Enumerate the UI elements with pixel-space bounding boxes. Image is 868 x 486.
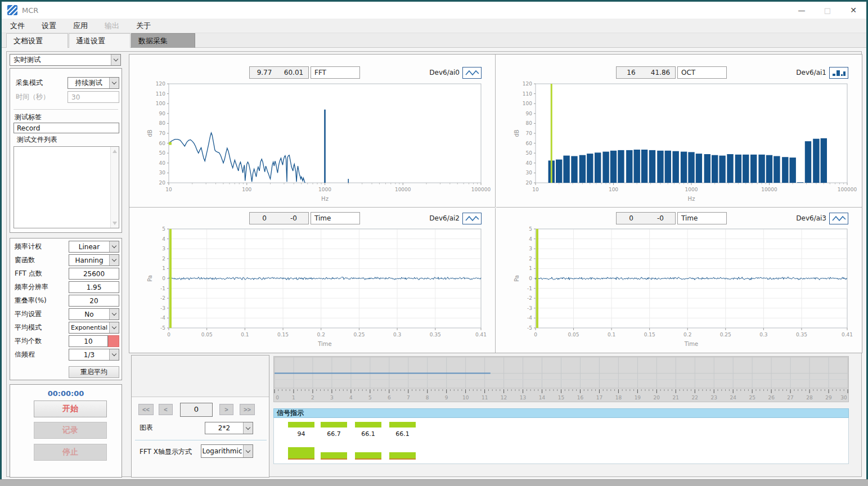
chevron-down-icon[interactable] <box>109 322 119 333</box>
maximize-button[interactable]: □ <box>815 2 840 19</box>
channel-selector[interactable]: Dev6/ai3 <box>796 212 848 224</box>
channel-name: Dev6/ai3 <box>796 214 826 222</box>
test-tag-input[interactable] <box>14 123 119 133</box>
svg-text:16: 16 <box>577 395 584 400</box>
svg-text:100: 100 <box>523 101 532 106</box>
nav-next-button[interactable]: > <box>219 404 233 415</box>
nav-index-field[interactable]: 0 <box>180 403 213 417</box>
svg-text:22: 22 <box>692 395 698 400</box>
fft-chart[interactable]: 2030405060708090100110120101001000100001… <box>129 81 496 208</box>
svg-text:20: 20 <box>654 395 660 400</box>
test-mode-value: 实时测试 <box>10 55 111 65</box>
menu-file[interactable]: 文件 <box>2 19 33 33</box>
avg-setting-select[interactable]: No <box>69 308 119 320</box>
cursor-y-value: 41.86 <box>646 67 675 78</box>
svg-text:10: 10 <box>532 187 539 192</box>
line-plot-icon[interactable] <box>462 67 482 79</box>
svg-text:0: 0 <box>167 332 170 338</box>
svg-text:19: 19 <box>635 395 641 400</box>
line-plot-icon[interactable] <box>829 213 848 224</box>
record-timeline[interactable]: 0123456789101112131415161718192021222324… <box>273 356 849 402</box>
fft-xaxis-select[interactable]: Logarithmic <box>201 444 253 458</box>
svg-text:0.05: 0.05 <box>568 332 579 338</box>
svg-text:1: 1 <box>292 395 295 400</box>
svg-text:dB: dB <box>147 129 153 137</box>
overlap-input[interactable] <box>69 295 119 307</box>
svg-text:0: 0 <box>534 332 537 338</box>
svg-text:0.1: 0.1 <box>241 332 249 338</box>
nav-prev-button[interactable]: < <box>159 404 173 415</box>
time-chart-ai2[interactable]: -5-4-3-2-101234500.050.10.150.20.250.30.… <box>129 226 496 353</box>
fft-points-input[interactable] <box>69 268 119 280</box>
svg-text:27: 27 <box>787 395 793 400</box>
window-func-select[interactable]: Hanning <box>69 254 119 266</box>
restart-average-button[interactable]: 重启平均 <box>69 366 119 378</box>
chevron-down-icon[interactable] <box>111 55 120 65</box>
minimize-button[interactable]: — <box>789 2 815 19</box>
display-options-panel: << < 0 > >> 图表 2*2 FFT X轴显示方式 Logarithmi… <box>131 355 269 478</box>
svg-text:40: 40 <box>526 160 533 166</box>
chevron-down-icon[interactable] <box>109 255 119 266</box>
bar-plot-icon[interactable] <box>829 67 848 79</box>
fft-points-label: FFT 点数 <box>15 268 42 280</box>
scrollbar[interactable] <box>110 147 119 228</box>
chevron-down-icon[interactable] <box>109 309 119 320</box>
channel-selector[interactable]: Dev6/ai0 <box>429 66 482 79</box>
svg-text:0: 0 <box>162 276 165 281</box>
chevron-down-icon[interactable] <box>243 422 253 434</box>
record-button[interactable]: 记录 <box>34 422 107 439</box>
nav-last-button[interactable]: >> <box>240 404 255 415</box>
tab-channel-settings[interactable]: 通道设置 <box>69 33 131 48</box>
avg-mode-select[interactable]: Exponential <box>69 322 119 334</box>
time-seconds-input[interactable] <box>68 91 119 103</box>
channel-selector[interactable]: Dev6/ai2 <box>429 212 482 224</box>
svg-text:-1: -1 <box>527 286 532 291</box>
chevron-down-icon[interactable] <box>109 241 119 252</box>
cursor-x-value: 16 <box>617 67 646 78</box>
menu-settings[interactable]: 设置 <box>33 19 65 33</box>
close-button[interactable]: ✕ <box>840 2 866 19</box>
freq-resolution-input[interactable] <box>69 281 119 293</box>
stop-button[interactable]: 停止 <box>34 444 107 461</box>
freq-weighting-select[interactable]: Linear <box>69 241 119 253</box>
scroll-up-icon[interactable] <box>113 150 117 153</box>
svg-text:5: 5 <box>162 226 165 232</box>
chart-type-box[interactable]: Time <box>311 212 360 224</box>
chart-type-box[interactable]: Time <box>677 212 727 224</box>
acquisition-mode-select[interactable]: 持续测试 <box>68 77 119 89</box>
scroll-down-icon[interactable] <box>113 222 117 225</box>
time-chart-ai3[interactable]: -5-4-3-2-101234500.050.10.150.20.250.30.… <box>496 226 862 353</box>
start-button[interactable]: 开始 <box>34 400 107 417</box>
test-file-list[interactable] <box>14 146 119 228</box>
svg-text:28: 28 <box>806 395 813 400</box>
nav-first-button[interactable]: << <box>138 404 154 415</box>
test-mode-select[interactable]: 实时测试 <box>10 54 121 66</box>
svg-text:70: 70 <box>159 130 166 136</box>
svg-text:100: 100 <box>242 187 251 192</box>
svg-text:14: 14 <box>539 395 546 400</box>
tab-document-settings[interactable]: 文档设置 <box>6 33 68 48</box>
chevron-down-icon[interactable] <box>109 349 119 360</box>
chart-layout-select[interactable]: 2*2 <box>205 422 253 434</box>
svg-text:90: 90 <box>159 111 166 116</box>
svg-text:100000: 100000 <box>471 187 491 192</box>
octave-select[interactable]: 1/3 <box>69 349 119 361</box>
avg-count-input[interactable] <box>69 335 108 347</box>
tab-data-acquisition[interactable]: 数据采集 <box>131 33 195 48</box>
menu-application[interactable]: 应用 <box>65 19 96 33</box>
oct-cursor-readout: 16 41.86 <box>616 66 676 79</box>
display-options-spacer <box>132 356 269 397</box>
chevron-down-icon[interactable] <box>109 78 119 88</box>
svg-text:12: 12 <box>501 395 507 400</box>
svg-text:Hz: Hz <box>688 196 695 202</box>
svg-text:20: 20 <box>526 180 533 186</box>
channel-selector[interactable]: Dev6/ai1 <box>796 66 848 79</box>
chevron-down-icon[interactable] <box>243 445 253 457</box>
timeline-ruler[interactable]: 0123456789101112131415161718192021222324… <box>274 357 848 402</box>
chart-type-box[interactable]: FFT <box>311 66 360 79</box>
menu-about[interactable]: 关于 <box>128 19 159 33</box>
line-plot-icon[interactable] <box>462 213 482 224</box>
octave-chart[interactable]: 2030405060708090100110120101001000100001… <box>496 81 862 208</box>
channel-name: Dev6/ai0 <box>429 69 460 76</box>
chart-type-box[interactable]: OCT <box>677 66 727 79</box>
